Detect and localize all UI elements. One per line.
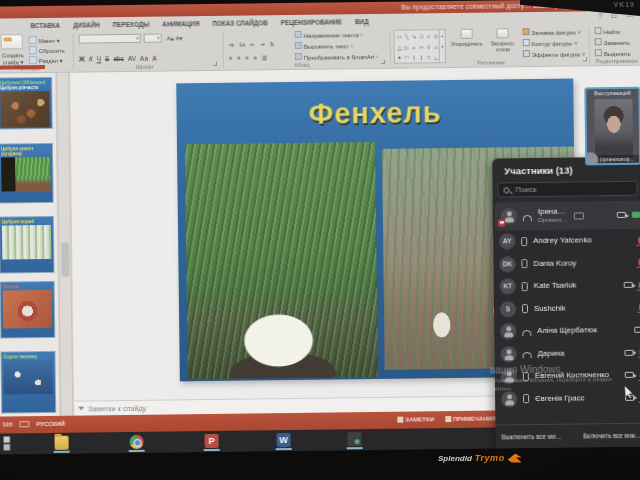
chrome-taskbar-icon[interactable] <box>130 435 144 449</box>
slide-thumbnail[interactable]: Часник <box>0 281 55 339</box>
participant-row[interactable]: KTKate Tsariuk <box>494 274 640 298</box>
align-button[interactable]: ≡ <box>245 55 248 61</box>
start-taskbar-icon[interactable] <box>4 436 18 450</box>
shape-glyph[interactable]: □ <box>417 31 424 42</box>
editing-tool-button[interactable]: Выделить <box>595 49 631 57</box>
participant-name: Аліна Щербатюк <box>537 327 597 336</box>
quick-styles-button[interactable]: Экспресс-стили <box>485 28 521 52</box>
tab-РЕЦЕНЗИРОВАНИЕ[interactable]: РЕЦЕНЗИРОВАНИЕ <box>281 18 342 26</box>
paragraph-dialog-launcher[interactable] <box>381 60 385 64</box>
avatar <box>501 208 517 224</box>
reset-button[interactable]: Сбросить <box>29 46 65 54</box>
explorer-taskbar-icon[interactable] <box>55 436 69 450</box>
shape-glyph[interactable]: ) <box>418 53 425 64</box>
font-style-button[interactable]: Аа <box>140 55 148 62</box>
shape-glyph[interactable]: ▷ <box>403 42 410 53</box>
participant-row[interactable]: Євгенія Грасс <box>495 386 640 410</box>
font-grow-shrink[interactable]: А▴ А▾ <box>167 34 183 41</box>
participant-row[interactable]: SSushchik <box>494 296 640 320</box>
shape-glyph[interactable]: △ <box>396 42 403 53</box>
participant-row[interactable]: Дарина <box>494 341 640 365</box>
shape-glyph[interactable]: ↘ <box>410 31 417 42</box>
shape-glyph[interactable]: ◠ <box>403 53 410 64</box>
tab-АНИМАЦИЯ[interactable]: АНИМАЦИЯ <box>162 20 199 27</box>
word-taskbar-icon[interactable]: W <box>277 433 291 447</box>
shape-glyph[interactable]: ✶ <box>396 53 403 64</box>
layout-button[interactable]: Макет ▾ <box>29 36 60 44</box>
new-slide-button[interactable]: Создать слайд ▾ <box>0 52 31 65</box>
tab-ПОКАЗ СЛАЙДОВ[interactable]: ПОКАЗ СЛАЙДОВ <box>212 19 267 27</box>
drawing-dialog-launcher[interactable] <box>583 57 587 61</box>
text-tool-button[interactable]: Выровнять текст <box>295 41 354 50</box>
text-tool-button[interactable]: Направление текста <box>295 30 363 39</box>
shapes-scroll-arrow[interactable]: ▾ <box>440 41 445 52</box>
participant-row[interactable]: AYAndrey Yatcenko <box>493 229 640 253</box>
mute-all-button[interactable]: Выключить все ми… <box>502 433 562 441</box>
participant-row[interactable]: Аліна Щербатюк <box>494 319 640 343</box>
drawing-tool-button[interactable]: Эффекты фигуры ˅ <box>523 49 585 58</box>
shapes-scroll[interactable]: ▴▾ <box>439 30 445 62</box>
participant-row[interactable]: Ірина…Организ… <box>495 201 640 231</box>
editing-tool-button[interactable]: Найти <box>595 27 621 35</box>
participant-row[interactable]: Евгений Костюченко <box>495 364 640 388</box>
camera-icon[interactable] <box>625 350 634 356</box>
arrange-button[interactable]: Упорядочить <box>450 29 484 47</box>
shape-glyph[interactable]: ☆ <box>425 53 432 64</box>
font-style-button[interactable]: К <box>89 55 93 62</box>
slide-thumbnail[interactable]: Цибуля шалот(кущівка) <box>0 143 54 204</box>
shape-glyph[interactable]: ⇩ <box>425 42 432 53</box>
unmute-all-button[interactable]: Включить все мик… <box>583 432 640 440</box>
language-indicator[interactable]: РУССКИЙ <box>36 421 65 427</box>
slide-thumbnail[interactable]: Цибулеві (Alliaceae)Цибуля ріпчаста <box>0 77 53 130</box>
text-tool-button[interactable]: Преобразовать в SmartArt <box>295 52 379 61</box>
search-input[interactable] <box>513 183 623 195</box>
font-style-button[interactable]: Ч <box>97 55 101 62</box>
font-style-button[interactable]: abc <box>113 55 124 62</box>
slide-thumbnail[interactable]: Сорти часнику <box>0 351 56 414</box>
keyboard-icon[interactable] <box>19 421 29 427</box>
shape-glyph[interactable]: ⌐ <box>410 42 417 53</box>
tab-ВСТАВКА[interactable]: ВСТАВКА <box>30 21 60 28</box>
drawing-tool-button[interactable]: Контур фигуры ˅ <box>523 38 578 47</box>
align-button[interactable]: ▥ <box>262 54 267 60</box>
shape-glyph[interactable]: ╲ <box>403 32 410 43</box>
powerpoint-taskbar-icon[interactable]: P <box>205 434 219 448</box>
comments-toggle-button[interactable]: ПРИМЕЧАНИЯ <box>445 416 496 423</box>
align-button[interactable]: ≡ <box>229 55 232 61</box>
zoom-taskbar-icon[interactable] <box>348 432 362 446</box>
font-size-button[interactable]: А▴ <box>167 35 176 41</box>
camera-icon[interactable] <box>624 282 633 288</box>
camera-icon[interactable] <box>634 327 640 333</box>
slide-title[interactable]: Фенхель <box>176 95 573 133</box>
notes-toggle-button[interactable]: ЗАМЕТКИ <box>397 416 434 422</box>
font-style-button[interactable]: AV <box>128 55 136 62</box>
participant-search[interactable] <box>497 181 637 198</box>
participant-row[interactable]: DKDania Koroy <box>493 251 640 275</box>
shape-glyph[interactable]: ( <box>410 53 417 64</box>
camera-icon[interactable] <box>617 212 626 218</box>
tab-ПЕРЕХОДЫ[interactable]: ПЕРЕХОДЫ <box>113 20 150 27</box>
tab-ВИД[interactable]: ВИД <box>355 18 369 25</box>
font-style-button[interactable]: А <box>152 55 157 62</box>
slide-thumbnail[interactable]: Цибуля порей <box>0 216 55 274</box>
tab-ДИЗАЙН[interactable]: ДИЗАЙН <box>73 21 100 28</box>
shape-glyph[interactable]: ○ <box>425 31 432 42</box>
shape-glyph[interactable]: ⇦ <box>418 42 425 53</box>
shapes-gallery[interactable]: ▭╲↘□○◇△▷⌐⇦⇩▱✶◠()☆◡ ▴▾ <box>394 29 446 64</box>
editing-tool-button[interactable]: Заменить <box>595 38 630 46</box>
font-dialog-launcher[interactable] <box>213 62 217 66</box>
shapes-scroll-arrow[interactable]: ▴ <box>440 30 445 41</box>
zoom-speaker-video[interactable]: Выступающий Ір… (организатор… <box>584 87 640 166</box>
align-button[interactable]: ≡ <box>237 55 240 61</box>
font-style-button[interactable]: Ж <box>79 56 85 63</box>
shape-glyph[interactable]: ▭ <box>396 32 403 43</box>
drawing-tool-button[interactable]: Заливка фигуры ˅ <box>523 27 581 36</box>
camera-icon[interactable] <box>625 372 634 378</box>
font-size-button[interactable]: А▾ <box>175 35 182 41</box>
section-button[interactable]: Раздел ▾ <box>29 56 63 64</box>
align-button[interactable]: ≡ <box>254 54 257 60</box>
notes-collapse-icon[interactable] <box>78 407 84 411</box>
font-name-select[interactable] <box>79 34 141 44</box>
font-style-button[interactable]: S <box>105 55 109 62</box>
font-size-select[interactable] <box>144 34 162 43</box>
